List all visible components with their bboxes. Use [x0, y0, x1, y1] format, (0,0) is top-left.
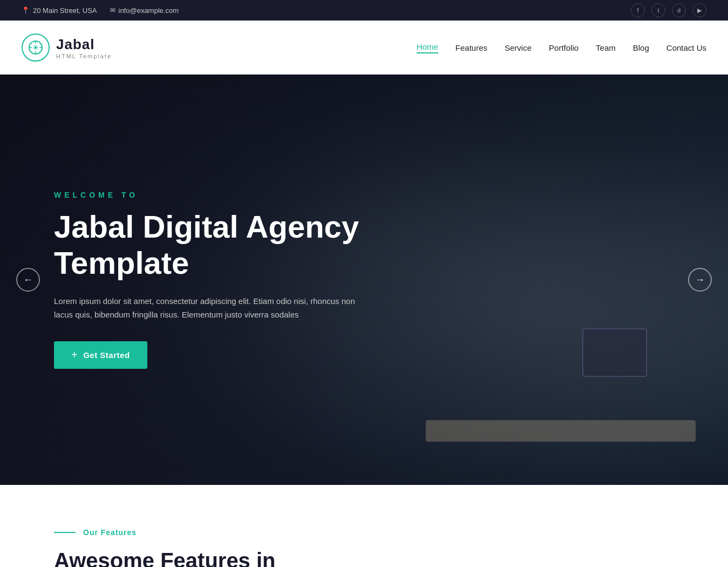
hero-section: ← WELCOME TO Jabal Digital Agency Templa…	[0, 75, 728, 485]
arrow-right-icon: →	[695, 274, 705, 286]
hero-description: Lorem ipsum dolor sit amet, consectetur …	[54, 294, 356, 322]
header: Jabal HTML Template Home Features Servic…	[0, 21, 728, 75]
carousel-next-button[interactable]: →	[688, 268, 712, 292]
main-nav: Home Features Service Portfolio Team Blo…	[417, 42, 706, 53]
address-item: 20 Main Street, USA	[22, 6, 97, 15]
logo-text: Jabal HTML Template	[56, 36, 112, 59]
hero-title-line1: Jabal Digital Agency	[54, 209, 359, 244]
topbar-social: f t d ▶	[631, 3, 706, 17]
nav-blog[interactable]: Blog	[633, 43, 649, 52]
nav-home[interactable]: Home	[417, 42, 438, 53]
topbar: 20 Main Street, USA info@example.com f t…	[0, 0, 728, 21]
svg-point-2	[35, 46, 37, 49]
hero-welcome-text: WELCOME TO	[54, 191, 378, 199]
features-heading: Awesome Features in our Template	[54, 548, 674, 567]
email-item: info@example.com	[110, 6, 179, 15]
monitor-element	[582, 328, 647, 377]
nav-contact[interactable]: Contact Us	[666, 43, 706, 52]
email-text: info@example.com	[119, 6, 179, 15]
plus-icon: +	[71, 349, 78, 361]
nav-features[interactable]: Features	[455, 43, 487, 52]
nav-team[interactable]: Team	[596, 43, 616, 52]
topbar-contact: 20 Main Street, USA info@example.com	[22, 6, 179, 15]
logo-name: Jabal	[56, 36, 112, 53]
nav-portfolio[interactable]: Portfolio	[549, 43, 579, 52]
twitter-icon[interactable]: t	[651, 3, 665, 17]
logo: Jabal HTML Template	[22, 33, 112, 62]
features-section: Our Features Awesome Features in our Tem…	[0, 485, 728, 567]
features-label-text: Our Features	[83, 528, 137, 537]
email-icon	[110, 6, 115, 14]
features-heading-line1: Awesome Features in	[54, 548, 674, 567]
arrow-left-icon: ←	[23, 274, 33, 286]
features-label-line	[54, 532, 76, 533]
carousel-prev-button[interactable]: ←	[16, 268, 40, 292]
logo-sub: HTML Template	[56, 53, 112, 59]
hero-content: WELCOME TO Jabal Digital Agency Template…	[0, 191, 378, 368]
dribbble-icon[interactable]: d	[672, 3, 686, 17]
features-label: Our Features	[54, 528, 674, 537]
nav-service[interactable]: Service	[505, 43, 532, 52]
facebook-icon[interactable]: f	[631, 3, 645, 17]
address-text: 20 Main Street, USA	[33, 6, 97, 15]
get-started-button[interactable]: + Get Started	[54, 341, 147, 369]
desk-element	[426, 420, 696, 442]
hero-title-line2: Template	[54, 245, 189, 280]
hero-title: Jabal Digital Agency Template	[54, 209, 378, 281]
get-started-label: Get Started	[83, 350, 130, 360]
youtube-icon[interactable]: ▶	[692, 3, 706, 17]
logo-icon	[22, 33, 50, 62]
pin-icon	[22, 6, 30, 14]
